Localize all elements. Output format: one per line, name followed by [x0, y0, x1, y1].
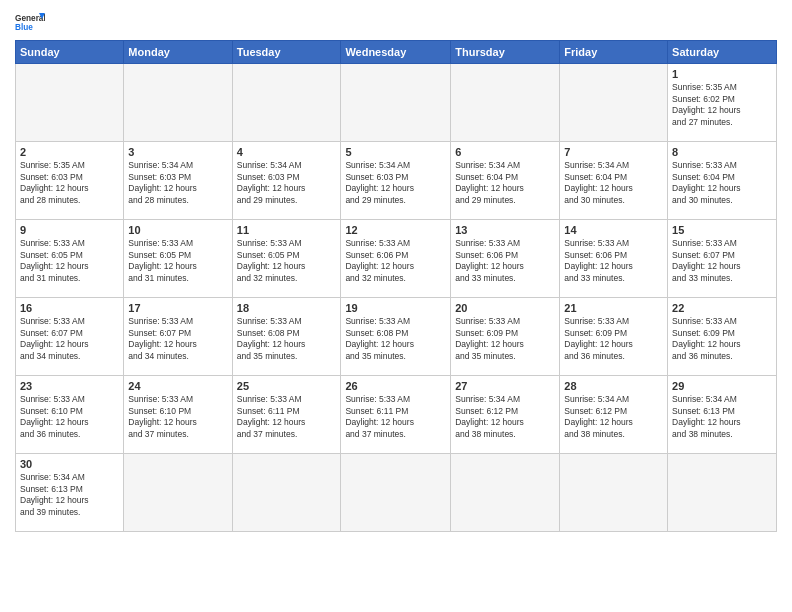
day-info: Sunrise: 5:34 AM Sunset: 6:03 PM Dayligh… [345, 160, 446, 206]
day-number: 25 [237, 379, 337, 393]
day-cell: 18Sunrise: 5:33 AM Sunset: 6:08 PM Dayli… [232, 298, 341, 376]
page: General Blue SundayMondayTuesdayWednesda… [0, 0, 792, 542]
day-number: 9 [20, 223, 119, 237]
day-info: Sunrise: 5:33 AM Sunset: 6:11 PM Dayligh… [345, 394, 446, 440]
day-info: Sunrise: 5:33 AM Sunset: 6:06 PM Dayligh… [564, 238, 663, 284]
day-info: Sunrise: 5:33 AM Sunset: 6:10 PM Dayligh… [20, 394, 119, 440]
day-cell: 4Sunrise: 5:34 AM Sunset: 6:03 PM Daylig… [232, 142, 341, 220]
weekday-header-thursday: Thursday [451, 41, 560, 64]
day-info: Sunrise: 5:33 AM Sunset: 6:07 PM Dayligh… [128, 316, 227, 362]
day-info: Sunrise: 5:33 AM Sunset: 6:09 PM Dayligh… [564, 316, 663, 362]
day-cell [341, 454, 451, 532]
day-info: Sunrise: 5:33 AM Sunset: 6:06 PM Dayligh… [345, 238, 446, 284]
day-cell: 16Sunrise: 5:33 AM Sunset: 6:07 PM Dayli… [16, 298, 124, 376]
day-cell [341, 64, 451, 142]
day-number: 21 [564, 301, 663, 315]
week-row-2: 9Sunrise: 5:33 AM Sunset: 6:05 PM Daylig… [16, 220, 777, 298]
day-cell [560, 64, 668, 142]
day-number: 2 [20, 145, 119, 159]
day-cell: 23Sunrise: 5:33 AM Sunset: 6:10 PM Dayli… [16, 376, 124, 454]
day-cell: 29Sunrise: 5:34 AM Sunset: 6:13 PM Dayli… [668, 376, 777, 454]
day-number: 26 [345, 379, 446, 393]
day-info: Sunrise: 5:33 AM Sunset: 6:11 PM Dayligh… [237, 394, 337, 440]
day-number: 28 [564, 379, 663, 393]
day-number: 27 [455, 379, 555, 393]
day-cell: 20Sunrise: 5:33 AM Sunset: 6:09 PM Dayli… [451, 298, 560, 376]
day-cell: 11Sunrise: 5:33 AM Sunset: 6:05 PM Dayli… [232, 220, 341, 298]
day-cell: 27Sunrise: 5:34 AM Sunset: 6:12 PM Dayli… [451, 376, 560, 454]
day-info: Sunrise: 5:33 AM Sunset: 6:05 PM Dayligh… [128, 238, 227, 284]
day-info: Sunrise: 5:34 AM Sunset: 6:04 PM Dayligh… [564, 160, 663, 206]
day-info: Sunrise: 5:34 AM Sunset: 6:13 PM Dayligh… [672, 394, 772, 440]
day-number: 10 [128, 223, 227, 237]
day-number: 22 [672, 301, 772, 315]
day-cell: 2Sunrise: 5:35 AM Sunset: 6:03 PM Daylig… [16, 142, 124, 220]
logo: General Blue [15, 10, 45, 34]
day-cell: 9Sunrise: 5:33 AM Sunset: 6:05 PM Daylig… [16, 220, 124, 298]
svg-text:Blue: Blue [15, 23, 33, 32]
day-number: 3 [128, 145, 227, 159]
weekday-header-wednesday: Wednesday [341, 41, 451, 64]
day-info: Sunrise: 5:33 AM Sunset: 6:09 PM Dayligh… [455, 316, 555, 362]
day-info: Sunrise: 5:33 AM Sunset: 6:07 PM Dayligh… [672, 238, 772, 284]
day-number: 6 [455, 145, 555, 159]
day-cell: 10Sunrise: 5:33 AM Sunset: 6:05 PM Dayli… [124, 220, 232, 298]
day-cell: 24Sunrise: 5:33 AM Sunset: 6:10 PM Dayli… [124, 376, 232, 454]
day-number: 13 [455, 223, 555, 237]
day-info: Sunrise: 5:34 AM Sunset: 6:12 PM Dayligh… [564, 394, 663, 440]
day-number: 12 [345, 223, 446, 237]
day-cell: 14Sunrise: 5:33 AM Sunset: 6:06 PM Dayli… [560, 220, 668, 298]
week-row-0: 1Sunrise: 5:35 AM Sunset: 6:02 PM Daylig… [16, 64, 777, 142]
week-row-1: 2Sunrise: 5:35 AM Sunset: 6:03 PM Daylig… [16, 142, 777, 220]
week-row-4: 23Sunrise: 5:33 AM Sunset: 6:10 PM Dayli… [16, 376, 777, 454]
calendar-table: SundayMondayTuesdayWednesdayThursdayFrid… [15, 40, 777, 532]
day-cell: 22Sunrise: 5:33 AM Sunset: 6:09 PM Dayli… [668, 298, 777, 376]
day-cell: 30Sunrise: 5:34 AM Sunset: 6:13 PM Dayli… [16, 454, 124, 532]
day-cell: 19Sunrise: 5:33 AM Sunset: 6:08 PM Dayli… [341, 298, 451, 376]
day-cell: 5Sunrise: 5:34 AM Sunset: 6:03 PM Daylig… [341, 142, 451, 220]
day-number: 19 [345, 301, 446, 315]
day-cell: 6Sunrise: 5:34 AM Sunset: 6:04 PM Daylig… [451, 142, 560, 220]
day-cell [124, 64, 232, 142]
day-number: 20 [455, 301, 555, 315]
day-cell: 12Sunrise: 5:33 AM Sunset: 6:06 PM Dayli… [341, 220, 451, 298]
week-row-3: 16Sunrise: 5:33 AM Sunset: 6:07 PM Dayli… [16, 298, 777, 376]
day-cell [668, 454, 777, 532]
day-info: Sunrise: 5:33 AM Sunset: 6:06 PM Dayligh… [455, 238, 555, 284]
day-cell: 1Sunrise: 5:35 AM Sunset: 6:02 PM Daylig… [668, 64, 777, 142]
day-info: Sunrise: 5:34 AM Sunset: 6:13 PM Dayligh… [20, 472, 119, 518]
day-info: Sunrise: 5:33 AM Sunset: 6:04 PM Dayligh… [672, 160, 772, 206]
day-number: 18 [237, 301, 337, 315]
day-number: 14 [564, 223, 663, 237]
day-info: Sunrise: 5:33 AM Sunset: 6:05 PM Dayligh… [20, 238, 119, 284]
weekday-header-friday: Friday [560, 41, 668, 64]
day-info: Sunrise: 5:33 AM Sunset: 6:08 PM Dayligh… [345, 316, 446, 362]
weekday-header-tuesday: Tuesday [232, 41, 341, 64]
day-info: Sunrise: 5:33 AM Sunset: 6:10 PM Dayligh… [128, 394, 227, 440]
day-info: Sunrise: 5:33 AM Sunset: 6:05 PM Dayligh… [237, 238, 337, 284]
weekday-header-row: SundayMondayTuesdayWednesdayThursdayFrid… [16, 41, 777, 64]
day-cell [451, 64, 560, 142]
day-cell [232, 64, 341, 142]
day-number: 15 [672, 223, 772, 237]
day-number: 16 [20, 301, 119, 315]
day-cell: 28Sunrise: 5:34 AM Sunset: 6:12 PM Dayli… [560, 376, 668, 454]
day-number: 30 [20, 457, 119, 471]
day-info: Sunrise: 5:34 AM Sunset: 6:04 PM Dayligh… [455, 160, 555, 206]
day-cell: 13Sunrise: 5:33 AM Sunset: 6:06 PM Dayli… [451, 220, 560, 298]
day-info: Sunrise: 5:34 AM Sunset: 6:12 PM Dayligh… [455, 394, 555, 440]
day-cell: 7Sunrise: 5:34 AM Sunset: 6:04 PM Daylig… [560, 142, 668, 220]
day-cell: 15Sunrise: 5:33 AM Sunset: 6:07 PM Dayli… [668, 220, 777, 298]
day-cell [451, 454, 560, 532]
day-number: 24 [128, 379, 227, 393]
day-info: Sunrise: 5:33 AM Sunset: 6:08 PM Dayligh… [237, 316, 337, 362]
day-cell [16, 64, 124, 142]
day-cell [560, 454, 668, 532]
day-info: Sunrise: 5:35 AM Sunset: 6:02 PM Dayligh… [672, 82, 772, 128]
weekday-header-sunday: Sunday [16, 41, 124, 64]
day-info: Sunrise: 5:33 AM Sunset: 6:09 PM Dayligh… [672, 316, 772, 362]
day-number: 8 [672, 145, 772, 159]
weekday-header-monday: Monday [124, 41, 232, 64]
day-cell: 25Sunrise: 5:33 AM Sunset: 6:11 PM Dayli… [232, 376, 341, 454]
day-cell [232, 454, 341, 532]
